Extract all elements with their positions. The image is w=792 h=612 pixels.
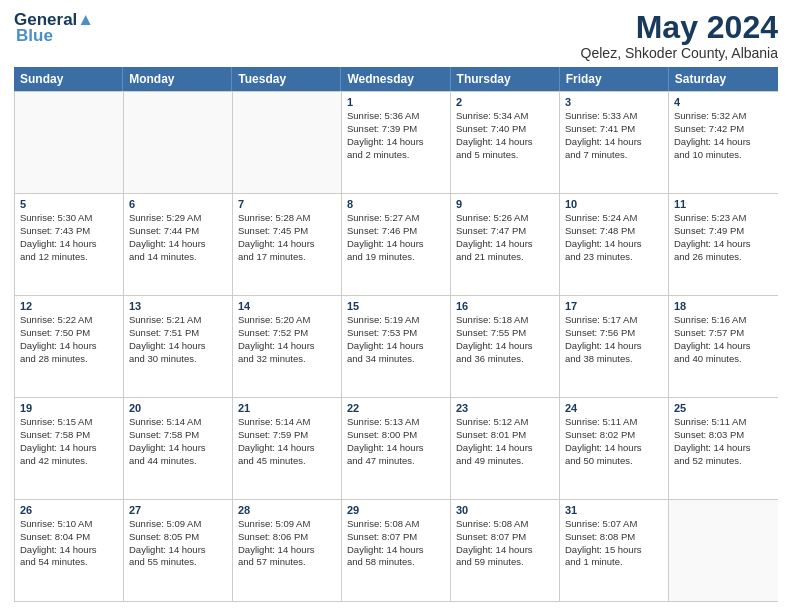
day-cell-13: 13Sunrise: 5:21 AM Sunset: 7:51 PM Dayli… bbox=[124, 296, 233, 397]
day-number-25: 25 bbox=[674, 402, 773, 414]
day-cell-27: 27Sunrise: 5:09 AM Sunset: 8:05 PM Dayli… bbox=[124, 500, 233, 601]
day-cell-6: 6Sunrise: 5:29 AM Sunset: 7:44 PM Daylig… bbox=[124, 194, 233, 295]
day-cell-23: 23Sunrise: 5:12 AM Sunset: 8:01 PM Dayli… bbox=[451, 398, 560, 499]
week-row-3: 12Sunrise: 5:22 AM Sunset: 7:50 PM Dayli… bbox=[15, 296, 778, 398]
day-info-30: Sunrise: 5:08 AM Sunset: 8:07 PM Dayligh… bbox=[456, 518, 554, 569]
day-info-21: Sunrise: 5:14 AM Sunset: 7:59 PM Dayligh… bbox=[238, 416, 336, 467]
logo: General▲ Blue bbox=[14, 10, 94, 46]
day-cell-5: 5Sunrise: 5:30 AM Sunset: 7:43 PM Daylig… bbox=[15, 194, 124, 295]
day-number-15: 15 bbox=[347, 300, 445, 312]
day-info-25: Sunrise: 5:11 AM Sunset: 8:03 PM Dayligh… bbox=[674, 416, 773, 467]
day-info-22: Sunrise: 5:13 AM Sunset: 8:00 PM Dayligh… bbox=[347, 416, 445, 467]
day-info-13: Sunrise: 5:21 AM Sunset: 7:51 PM Dayligh… bbox=[129, 314, 227, 365]
day-cell-31: 31Sunrise: 5:07 AM Sunset: 8:08 PM Dayli… bbox=[560, 500, 669, 601]
day-info-26: Sunrise: 5:10 AM Sunset: 8:04 PM Dayligh… bbox=[20, 518, 118, 569]
day-number-6: 6 bbox=[129, 198, 227, 210]
day-thursday: Thursday bbox=[451, 67, 560, 91]
day-cell-28: 28Sunrise: 5:09 AM Sunset: 8:06 PM Dayli… bbox=[233, 500, 342, 601]
day-number-31: 31 bbox=[565, 504, 663, 516]
day-cell-empty bbox=[15, 92, 124, 193]
day-number-21: 21 bbox=[238, 402, 336, 414]
subtitle: Qelez, Shkoder County, Albania bbox=[581, 45, 778, 61]
week-row-2: 5Sunrise: 5:30 AM Sunset: 7:43 PM Daylig… bbox=[15, 194, 778, 296]
day-cell-empty bbox=[233, 92, 342, 193]
week-row-5: 26Sunrise: 5:10 AM Sunset: 8:04 PM Dayli… bbox=[15, 500, 778, 602]
day-cell-17: 17Sunrise: 5:17 AM Sunset: 7:56 PM Dayli… bbox=[560, 296, 669, 397]
day-info-23: Sunrise: 5:12 AM Sunset: 8:01 PM Dayligh… bbox=[456, 416, 554, 467]
calendar: Sunday Monday Tuesday Wednesday Thursday… bbox=[14, 67, 778, 602]
day-cell-11: 11Sunrise: 5:23 AM Sunset: 7:49 PM Dayli… bbox=[669, 194, 778, 295]
day-cell-10: 10Sunrise: 5:24 AM Sunset: 7:48 PM Dayli… bbox=[560, 194, 669, 295]
day-info-31: Sunrise: 5:07 AM Sunset: 8:08 PM Dayligh… bbox=[565, 518, 663, 569]
day-info-8: Sunrise: 5:27 AM Sunset: 7:46 PM Dayligh… bbox=[347, 212, 445, 263]
day-info-17: Sunrise: 5:17 AM Sunset: 7:56 PM Dayligh… bbox=[565, 314, 663, 365]
day-number-11: 11 bbox=[674, 198, 773, 210]
day-cell-24: 24Sunrise: 5:11 AM Sunset: 8:02 PM Dayli… bbox=[560, 398, 669, 499]
day-cell-2: 2Sunrise: 5:34 AM Sunset: 7:40 PM Daylig… bbox=[451, 92, 560, 193]
day-number-13: 13 bbox=[129, 300, 227, 312]
day-number-8: 8 bbox=[347, 198, 445, 210]
week-row-1: 1Sunrise: 5:36 AM Sunset: 7:39 PM Daylig… bbox=[15, 92, 778, 194]
day-cell-8: 8Sunrise: 5:27 AM Sunset: 7:46 PM Daylig… bbox=[342, 194, 451, 295]
day-info-15: Sunrise: 5:19 AM Sunset: 7:53 PM Dayligh… bbox=[347, 314, 445, 365]
day-number-26: 26 bbox=[20, 504, 118, 516]
day-info-18: Sunrise: 5:16 AM Sunset: 7:57 PM Dayligh… bbox=[674, 314, 773, 365]
title-block: May 2024 Qelez, Shkoder County, Albania bbox=[581, 10, 778, 61]
day-number-1: 1 bbox=[347, 96, 445, 108]
week-row-4: 19Sunrise: 5:15 AM Sunset: 7:58 PM Dayli… bbox=[15, 398, 778, 500]
day-info-7: Sunrise: 5:28 AM Sunset: 7:45 PM Dayligh… bbox=[238, 212, 336, 263]
day-cell-16: 16Sunrise: 5:18 AM Sunset: 7:55 PM Dayli… bbox=[451, 296, 560, 397]
day-number-3: 3 bbox=[565, 96, 663, 108]
day-number-14: 14 bbox=[238, 300, 336, 312]
day-cell-9: 9Sunrise: 5:26 AM Sunset: 7:47 PM Daylig… bbox=[451, 194, 560, 295]
day-info-11: Sunrise: 5:23 AM Sunset: 7:49 PM Dayligh… bbox=[674, 212, 773, 263]
day-cell-30: 30Sunrise: 5:08 AM Sunset: 8:07 PM Dayli… bbox=[451, 500, 560, 601]
day-info-2: Sunrise: 5:34 AM Sunset: 7:40 PM Dayligh… bbox=[456, 110, 554, 161]
day-info-28: Sunrise: 5:09 AM Sunset: 8:06 PM Dayligh… bbox=[238, 518, 336, 569]
day-info-24: Sunrise: 5:11 AM Sunset: 8:02 PM Dayligh… bbox=[565, 416, 663, 467]
day-saturday: Saturday bbox=[669, 67, 778, 91]
day-cell-7: 7Sunrise: 5:28 AM Sunset: 7:45 PM Daylig… bbox=[233, 194, 342, 295]
day-number-10: 10 bbox=[565, 198, 663, 210]
header: General▲ Blue May 2024 Qelez, Shkoder Co… bbox=[14, 10, 778, 61]
day-cell-empty bbox=[669, 500, 778, 601]
day-cell-22: 22Sunrise: 5:13 AM Sunset: 8:00 PM Dayli… bbox=[342, 398, 451, 499]
day-number-24: 24 bbox=[565, 402, 663, 414]
day-info-20: Sunrise: 5:14 AM Sunset: 7:58 PM Dayligh… bbox=[129, 416, 227, 467]
day-info-4: Sunrise: 5:32 AM Sunset: 7:42 PM Dayligh… bbox=[674, 110, 773, 161]
calendar-header: Sunday Monday Tuesday Wednesday Thursday… bbox=[14, 67, 778, 91]
day-number-2: 2 bbox=[456, 96, 554, 108]
day-info-19: Sunrise: 5:15 AM Sunset: 7:58 PM Dayligh… bbox=[20, 416, 118, 467]
day-cell-14: 14Sunrise: 5:20 AM Sunset: 7:52 PM Dayli… bbox=[233, 296, 342, 397]
day-info-5: Sunrise: 5:30 AM Sunset: 7:43 PM Dayligh… bbox=[20, 212, 118, 263]
day-wednesday: Wednesday bbox=[341, 67, 450, 91]
page: General▲ Blue May 2024 Qelez, Shkoder Co… bbox=[0, 0, 792, 612]
day-number-23: 23 bbox=[456, 402, 554, 414]
day-number-27: 27 bbox=[129, 504, 227, 516]
day-info-12: Sunrise: 5:22 AM Sunset: 7:50 PM Dayligh… bbox=[20, 314, 118, 365]
day-cell-29: 29Sunrise: 5:08 AM Sunset: 8:07 PM Dayli… bbox=[342, 500, 451, 601]
month-title: May 2024 bbox=[581, 10, 778, 45]
calendar-body: 1Sunrise: 5:36 AM Sunset: 7:39 PM Daylig… bbox=[14, 91, 778, 602]
day-number-7: 7 bbox=[238, 198, 336, 210]
day-number-9: 9 bbox=[456, 198, 554, 210]
day-info-3: Sunrise: 5:33 AM Sunset: 7:41 PM Dayligh… bbox=[565, 110, 663, 161]
day-number-12: 12 bbox=[20, 300, 118, 312]
day-info-6: Sunrise: 5:29 AM Sunset: 7:44 PM Dayligh… bbox=[129, 212, 227, 263]
day-number-18: 18 bbox=[674, 300, 773, 312]
day-cell-1: 1Sunrise: 5:36 AM Sunset: 7:39 PM Daylig… bbox=[342, 92, 451, 193]
day-info-29: Sunrise: 5:08 AM Sunset: 8:07 PM Dayligh… bbox=[347, 518, 445, 569]
day-cell-20: 20Sunrise: 5:14 AM Sunset: 7:58 PM Dayli… bbox=[124, 398, 233, 499]
day-cell-18: 18Sunrise: 5:16 AM Sunset: 7:57 PM Dayli… bbox=[669, 296, 778, 397]
day-info-27: Sunrise: 5:09 AM Sunset: 8:05 PM Dayligh… bbox=[129, 518, 227, 569]
day-cell-19: 19Sunrise: 5:15 AM Sunset: 7:58 PM Dayli… bbox=[15, 398, 124, 499]
day-cell-15: 15Sunrise: 5:19 AM Sunset: 7:53 PM Dayli… bbox=[342, 296, 451, 397]
day-friday: Friday bbox=[560, 67, 669, 91]
day-number-29: 29 bbox=[347, 504, 445, 516]
day-number-19: 19 bbox=[20, 402, 118, 414]
day-number-5: 5 bbox=[20, 198, 118, 210]
day-cell-25: 25Sunrise: 5:11 AM Sunset: 8:03 PM Dayli… bbox=[669, 398, 778, 499]
day-cell-21: 21Sunrise: 5:14 AM Sunset: 7:59 PM Dayli… bbox=[233, 398, 342, 499]
day-monday: Monday bbox=[123, 67, 232, 91]
day-info-9: Sunrise: 5:26 AM Sunset: 7:47 PM Dayligh… bbox=[456, 212, 554, 263]
